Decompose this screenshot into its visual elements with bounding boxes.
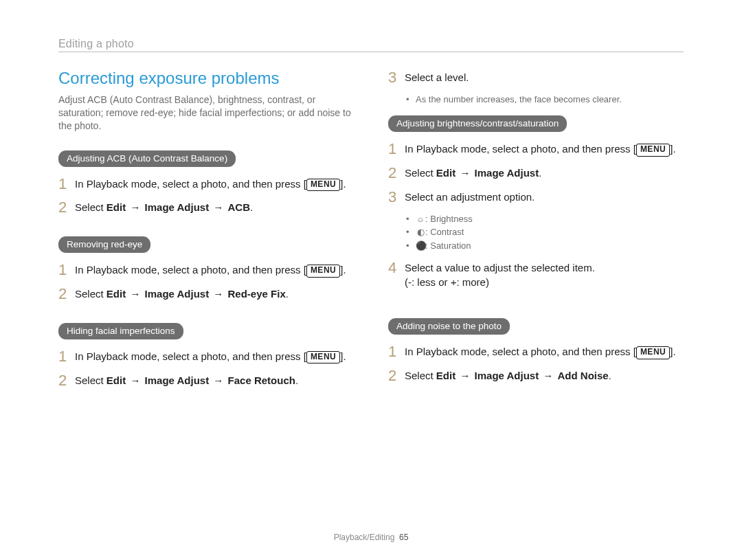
pill-noise: Adding noise to the photo [388,318,510,335]
bold-text: Edit [436,167,456,179]
menu-button-icon: MENU [636,144,670,157]
step-body: Select Edit → Image Adjust → Face Retouc… [75,372,298,388]
step-number: 4 [388,258,405,279]
step-body: Select Edit → Image Adjust → Add Noise. [405,367,611,383]
noise-step-1: 1 In Playback mode, select a photo, and … [388,343,684,363]
text: : Saturation [425,240,471,251]
text: : Brightness [425,214,473,224]
step-body: In Playback mode, select a photo, and th… [75,175,346,192]
step-body: Select a value to adjust the selected it… [405,259,595,289]
bold-text: ACB [228,201,251,213]
step-body: Select a level. [405,69,469,85]
step-number: 1 [58,174,75,195]
text: Select [75,201,106,213]
saturation-icon: ⚫ [416,239,425,253]
text: In Playback mode, select a photo, and th… [75,178,304,190]
text: Select [405,370,436,381]
noise-step-2: 2 Select Edit → Image Adjust → Add Noise… [388,367,684,387]
text: . [609,370,611,381]
bold-text: Edit [436,370,456,381]
text: In Playback mode, select a photo, and th… [75,350,304,362]
step-number: 2 [58,197,75,219]
step-number: 3 [388,187,405,208]
step-body: Select Edit → Image Adjust → Red-eye Fix… [75,285,289,301]
bcs-step-1: 1 In Playback mode, select a photo, and … [388,140,684,160]
arrow-icon: → [128,287,142,301]
step-body: In Playback mode, select a photo, and th… [75,261,346,278]
page-number: 65 [399,533,408,542]
bold-text: Image Adjust [475,370,539,381]
bold-text: Edit [106,288,126,300]
text: Select an adjustment option. [405,191,535,203]
face-step-2: 2 Select Edit → Image Adjust → Face Reto… [58,372,354,392]
text: . [343,350,346,362]
bold-text: Face Retouch [228,374,295,386]
arrow-icon: → [128,200,142,214]
option-contrast: ◐: Contrast [406,225,684,239]
step-number: 2 [388,163,405,184]
step-number: 1 [388,341,405,363]
step-body: In Playback mode, select a photo, and th… [405,140,676,157]
pill-bcs: Adjusting brightness/contrast/saturation [388,115,567,132]
arrow-icon: → [128,373,142,388]
step-number: 1 [388,139,405,160]
bcs-step-4: 4 Select a value to adjust the selected … [388,259,684,289]
page-columns: Correcting exposure problems Adjust ACB … [58,69,684,395]
bcs-step-2: 2 Select Edit → Image Adjust. [388,164,684,184]
text: . [295,374,298,386]
text: : Contrast [425,227,464,237]
menu-button-icon: MENU [636,346,670,359]
intro-text: Adjust ACB (Auto Contrast Balance), brig… [58,93,354,133]
menu-button-icon: MENU [306,265,340,278]
option-brightness: ☼: Brightness [406,212,684,226]
step-body: Select an adjustment option. [405,188,535,204]
step-number: 2 [58,284,75,305]
text: . [343,264,346,276]
pill-acb: Adjusting ACB (Auto Contrast Balance) [58,150,236,167]
bold-text: Image Adjust [145,201,210,213]
bold-text: Image Adjust [145,288,210,300]
acb-step-2: 2 Select Edit → Image Adjust → ACB. [58,199,354,219]
step-number: 2 [58,370,75,392]
page-footer: Playback/Editing 65 [0,533,742,542]
arrow-icon: → [212,373,225,388]
text: . [539,167,541,179]
section-title: Correcting exposure problems [58,69,354,88]
pill-face: Hiding facial imperfections [58,323,183,339]
bold-text: Red-eye Fix [228,288,286,300]
step-number: 2 [388,366,405,387]
face-step-3: 3 Select a level. [388,69,684,89]
step-body: In Playback mode, select a photo, and th… [405,343,676,359]
bold-text: Image Adjust [475,167,539,179]
step-number: 1 [58,260,75,281]
text: . [286,288,289,300]
step-body: Select Edit → Image Adjust. [405,164,541,180]
text: In Playback mode, select a photo, and th… [75,264,304,276]
menu-button-icon: MENU [306,179,340,192]
bold-text: Edit [106,374,126,386]
arrow-icon: → [212,287,225,301]
text: In Playback mode, select a photo, and th… [405,346,633,357]
arrow-icon: → [212,200,225,214]
footer-section: Playback/Editing [334,533,395,542]
text: Select [75,288,106,300]
bold-text: Image Adjust [145,374,210,386]
step-number: 1 [58,346,75,368]
arrow-icon: → [458,166,471,180]
bold-text: Add Noise [558,370,609,381]
text: Select [75,374,106,386]
note-text: As the number increases, the face become… [406,93,684,107]
face-step-1: 1 In Playback mode, select a photo, and … [58,348,354,368]
pill-redeye: Removing red-eye [58,236,150,253]
bcs-step-3: 3 Select an adjustment option. [388,188,684,208]
step-body: Select Edit → Image Adjust → ACB. [75,199,253,214]
bcs-options: ☼: Brightness ◐: Contrast ⚫: Saturation [388,212,684,253]
left-column: Correcting exposure problems Adjust ACB … [58,69,354,395]
text: . [343,178,346,190]
text: . [250,201,253,213]
acb-step-1: 1 In Playback mode, select a photo, and … [58,175,354,195]
redeye-step-1: 1 In Playback mode, select a photo, and … [58,261,354,281]
bold-text: Edit [106,201,126,213]
brightness-icon: ☼ [416,212,425,226]
step-body: In Playback mode, select a photo, and th… [75,348,346,364]
